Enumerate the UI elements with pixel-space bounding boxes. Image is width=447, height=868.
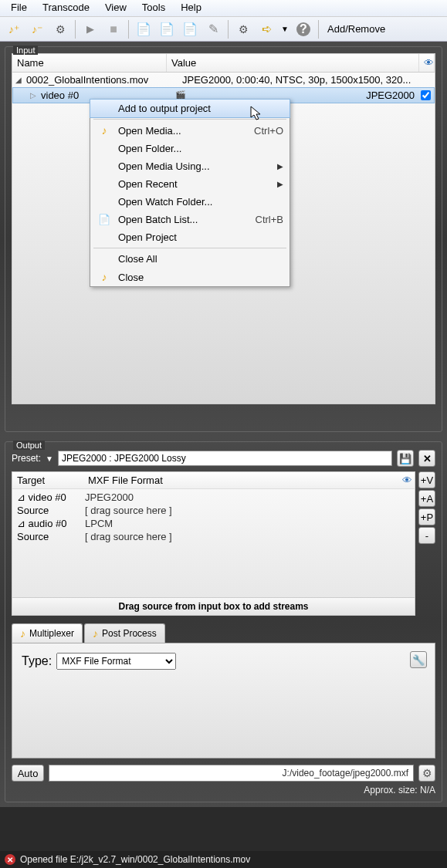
visibility-icon[interactable]: 👁	[419, 54, 435, 72]
ctx-open-recent[interactable]: Open Recent ▶	[90, 175, 290, 193]
preset-delete-button[interactable]: ✕	[418, 450, 435, 467]
submenu-arrow-icon: ▶	[277, 180, 283, 188]
document-icon: 📄	[136, 22, 151, 36]
statusbar: ✕ Opened file E:/j2k_v2.7_win/0002_Globa…	[0, 851, 447, 868]
stop-icon: ■	[110, 22, 117, 36]
doc1-button[interactable]: 📄	[133, 19, 154, 40]
approx-size: Approx. size: N/A	[12, 785, 435, 795]
video-checkbox[interactable]	[421, 90, 431, 100]
expander-icon[interactable]: ◢	[15, 76, 23, 84]
remove-stream-button[interactable]: -	[418, 527, 435, 544]
file-name: 0002_GlobalIntentions.mov	[26, 74, 179, 86]
separator	[75, 20, 76, 39]
export-arrow-icon: ➪	[262, 22, 272, 36]
ctx-close-all[interactable]: Close All	[90, 250, 290, 268]
type-label: Type:	[22, 654, 52, 668]
save-preset-icon: 💾	[399, 453, 411, 464]
gear-icon: ⚙	[422, 767, 432, 779]
output-audio-row[interactable]: ⊿ audio #0LPCM	[12, 517, 415, 530]
file-row[interactable]: ◢ 0002_GlobalIntentions.mov JPEG2000, 0:…	[12, 73, 435, 87]
play-button[interactable]: ▶	[80, 19, 101, 40]
music-note-minus-icon: ♪⁻	[32, 23, 42, 35]
settings-button[interactable]: ⚙	[49, 19, 71, 40]
ctx-close[interactable]: ♪ Close	[90, 268, 290, 286]
document-icon: 📄	[97, 214, 112, 225]
tab-post-process[interactable]: ♪Post Process	[84, 623, 165, 643]
submenu-arrow-icon: ▶	[277, 162, 283, 171]
separator	[228, 20, 229, 39]
doc-clock-button[interactable]: 📄	[156, 19, 178, 40]
tab-multiplexer[interactable]: ♪Multiplexer	[12, 623, 83, 643]
wrench-icon: 🔧	[412, 654, 425, 666]
music-note-icon: ♪	[97, 271, 112, 283]
pencil-icon: ✎	[208, 22, 218, 36]
add-video-button[interactable]: +V	[418, 471, 435, 488]
stop-button[interactable]: ■	[103, 19, 124, 40]
type-select[interactable]: MXF File Format	[56, 653, 176, 670]
preset-select[interactable]: JPEG2000 : JPEG2000 Lossy	[58, 451, 392, 466]
col-target-value: MXF File Format	[83, 472, 398, 488]
drag-hint: Drag source from input box to add stream…	[12, 598, 415, 616]
gear2-button[interactable]: ⚙	[232, 19, 254, 40]
document-clock-icon: 📄	[159, 22, 174, 36]
multiplexer-panel: Type: MXF File Format 🔧	[12, 643, 435, 758]
remove-media-button[interactable]: ♪⁻	[26, 19, 48, 40]
music-note-icon: ♪	[97, 124, 112, 137]
col-name[interactable]: Name	[12, 54, 167, 72]
output-section-label: Output	[13, 441, 45, 450]
output-tabs: ♪Multiplexer ♪Post Process	[12, 623, 435, 643]
context-menu: Add to output project ♪ Open Media... Ct…	[90, 99, 290, 287]
ctx-open-batch-list[interactable]: 📄 Open Batch List... Ctrl+B	[90, 211, 290, 228]
file-value: JPEG2000, 0:00:40, NTSC, 30p, 1500x1500,…	[182, 74, 432, 86]
expander-icon[interactable]: ▷	[30, 91, 38, 100]
open-media-button[interactable]: ♪⁺	[3, 19, 25, 40]
preset-save-button[interactable]: 💾	[397, 450, 414, 467]
ctx-open-watch-folder[interactable]: Open Watch Folder...	[90, 193, 290, 211]
export-button[interactable]: ➪	[256, 19, 277, 40]
path-settings-button[interactable]: ⚙	[418, 765, 435, 782]
menu-transcode[interactable]: Transcode	[35, 0, 97, 16]
edit-button[interactable]: ✎	[202, 19, 224, 40]
add-remove-label[interactable]: Add/Remove	[323, 23, 390, 35]
music-note-icon: ♪	[93, 627, 98, 640]
output-tree[interactable]: Target MXF File Format 👁 ⊿ video #0JPEG2…	[12, 471, 415, 598]
preset-label: Preset:	[12, 453, 41, 464]
music-note-icon: ♪	[20, 627, 25, 640]
menu-view[interactable]: View	[97, 0, 134, 16]
input-section-label: Input	[13, 46, 38, 55]
output-audio-source-row[interactable]: Source[ drag source here ]	[12, 530, 415, 543]
output-path[interactable]: J:/video_footage/jpeg2000.mxf	[49, 765, 414, 782]
col-target[interactable]: Target	[12, 472, 83, 488]
gear-icon: ⚙	[56, 23, 66, 35]
menu-tools[interactable]: Tools	[134, 0, 173, 16]
dropdown-button[interactable]: ▼	[279, 19, 291, 40]
auto-button[interactable]: Auto	[12, 765, 44, 782]
ctx-open-project[interactable]: Open Project	[90, 228, 290, 246]
input-tree[interactable]: ◢ 0002_GlobalIntentions.mov JPEG2000, 0:…	[12, 73, 435, 404]
output-tree-header: Target MXF File Format 👁	[12, 472, 415, 489]
play-icon: ▶	[86, 23, 94, 35]
menu-file[interactable]: File	[3, 0, 35, 16]
toolbar: ♪⁺ ♪⁻ ⚙ ▶ ■ 📄 📄 📄 ✎ ⚙ ➪ ▼ ? Add/Remove	[0, 17, 447, 42]
menu-help[interactable]: Help	[173, 0, 209, 16]
add-p-button[interactable]: +P	[418, 508, 435, 525]
output-video-row[interactable]: ⊿ video #0JPEG2000	[12, 491, 415, 504]
status-error-icon[interactable]: ✕	[5, 854, 15, 865]
ctx-open-media[interactable]: ♪ Open Media... Ctrl+O	[90, 121, 290, 140]
visibility-icon[interactable]: 👁	[398, 472, 415, 488]
close-icon: ✕	[423, 453, 432, 464]
caret-down-icon: ▼	[281, 25, 289, 33]
col-value[interactable]: Value	[167, 54, 419, 72]
help-button[interactable]: ?	[293, 19, 314, 40]
document-icon: 📄	[182, 22, 198, 36]
ctx-open-folder[interactable]: Open Folder...	[90, 140, 290, 157]
preset-dropdown-arrow[interactable]: ▼	[46, 454, 53, 463]
ctx-open-media-using[interactable]: Open Media Using... ▶	[90, 157, 290, 175]
separator	[128, 20, 129, 39]
doc3-button[interactable]: 📄	[179, 19, 201, 40]
configure-button[interactable]: 🔧	[410, 651, 427, 668]
help-icon: ?	[296, 22, 310, 36]
ctx-add-to-output[interactable]: Add to output project	[90, 99, 290, 118]
output-video-source-row[interactable]: Source[ drag source here ]	[12, 504, 415, 517]
add-audio-button[interactable]: +A	[418, 490, 435, 507]
